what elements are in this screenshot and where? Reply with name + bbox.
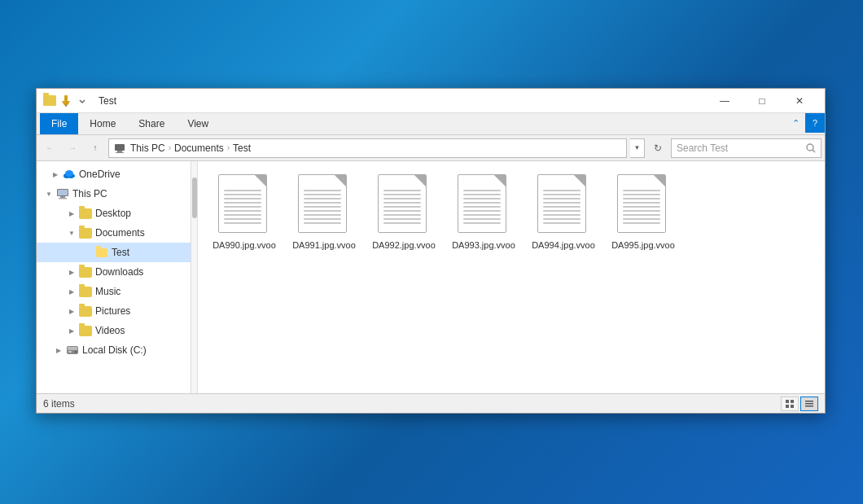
window-title: Test — [99, 95, 706, 107]
sidebar-item-onedrive[interactable]: ▶ OneDrive — [37, 164, 191, 184]
search-text: Search Test — [677, 142, 803, 154]
path-test[interactable]: Test — [233, 142, 251, 154]
file-item[interactable]: DA992.jpg.vvoo — [367, 171, 440, 254]
help-button[interactable]: ? — [805, 113, 825, 133]
sidebar-item-desktop[interactable]: ▶ Desktop — [37, 204, 191, 223]
refresh-button[interactable]: ↻ — [648, 138, 668, 158]
expand-videos[interactable]: ▶ — [66, 325, 77, 336]
path-documents[interactable]: Documents — [174, 142, 224, 154]
address-dropdown-button[interactable]: ▼ — [630, 138, 645, 158]
file-name-0: DA990.jpg.vvoo — [212, 239, 276, 251]
tab-home[interactable]: Home — [78, 113, 127, 134]
documents-label: Documents — [95, 227, 145, 239]
svg-rect-14 — [59, 198, 67, 199]
status-bar: 6 items — [37, 393, 825, 413]
file-name-4: DA994.jpg.vvoo — [532, 239, 595, 251]
svg-rect-12 — [58, 190, 68, 195]
path-pc-icon — [114, 142, 125, 154]
ribbon-collapse-button[interactable]: ⌃ — [786, 113, 805, 133]
expand-test[interactable] — [87, 247, 94, 258]
svg-rect-3 — [115, 144, 125, 151]
svg-rect-16 — [68, 351, 72, 353]
sidebar-scrollbar[interactable] — [191, 161, 198, 393]
file-icon-2 — [378, 174, 430, 236]
expand-downloads[interactable]: ▶ — [66, 266, 77, 278]
minimize-button[interactable]: — — [706, 89, 743, 113]
expand-local-disk[interactable]: ▶ — [53, 344, 64, 356]
file-item[interactable]: DA994.jpg.vvoo — [527, 171, 600, 254]
sidebar-item-videos[interactable]: ▶ Videos — [37, 321, 191, 340]
path-this-pc[interactable]: This PC — [130, 142, 165, 154]
sidebar-item-test[interactable]: Test — [37, 243, 191, 262]
test-label: Test — [112, 247, 129, 258]
search-icon — [806, 143, 816, 153]
details-view-icon — [804, 399, 814, 409]
onedrive-icon — [63, 168, 76, 181]
tab-view[interactable]: View — [176, 113, 220, 134]
address-path[interactable]: This PC › Documents › Test — [108, 138, 627, 158]
ribbon: File Home Share View ⌃ ? — [37, 113, 825, 135]
tab-file[interactable]: File — [40, 113, 78, 134]
view-buttons — [781, 397, 818, 411]
desktop-folder-icon — [79, 207, 92, 220]
documents-folder-icon — [79, 226, 92, 239]
music-label: Music — [95, 286, 120, 297]
file-name-1: DA991.jpg.vvoo — [292, 239, 356, 251]
svg-rect-20 — [791, 400, 794, 403]
forward-button[interactable]: → — [63, 138, 82, 158]
sidebar-item-documents[interactable]: ▼ Documents — [37, 223, 191, 243]
pin-icon — [59, 94, 72, 107]
explorer-window: Test — □ ✕ File Home Share View ⌃ ? ← → … — [36, 88, 826, 414]
file-icon-5 — [617, 174, 669, 236]
pictures-label: Pictures — [95, 305, 130, 317]
sidebar-item-pictures[interactable]: ▶ Pictures — [37, 301, 191, 321]
svg-rect-5 — [116, 152, 124, 153]
file-icon-0 — [218, 174, 270, 236]
pc-icon — [56, 187, 69, 200]
back-button[interactable]: ← — [40, 138, 59, 158]
sidebar-item-music[interactable]: ▶ Music — [37, 282, 191, 301]
pictures-folder-icon — [79, 305, 92, 318]
svg-rect-13 — [60, 196, 65, 198]
file-item[interactable]: DA991.jpg.vvoo — [287, 171, 361, 254]
tab-share[interactable]: Share — [127, 113, 176, 134]
file-area: DA990.jpg.vvoo DA991.jpg.vvoo — [198, 161, 825, 393]
desktop-label: Desktop — [95, 208, 131, 219]
maximize-button[interactable]: □ — [743, 89, 781, 113]
svg-rect-23 — [805, 401, 813, 402]
sidebar-item-downloads[interactable]: ▶ Downloads — [37, 262, 191, 282]
sidebar-item-local-disk[interactable]: ▶ Local Disk (C:) — [37, 340, 191, 360]
file-name-3: DA993.jpg.vvoo — [452, 239, 515, 251]
expand-documents[interactable]: ▼ — [66, 227, 77, 239]
svg-point-17 — [75, 351, 77, 353]
folder-icon-title — [43, 94, 56, 107]
large-icons-view-icon — [785, 399, 795, 409]
search-box[interactable]: Search Test — [671, 138, 821, 158]
item-count: 6 items — [43, 398, 75, 410]
videos-folder-icon — [79, 324, 92, 337]
expand-this-pc[interactable]: ▼ — [43, 188, 55, 199]
expand-pictures[interactable]: ▶ — [66, 305, 77, 317]
up-button[interactable]: ↑ — [85, 138, 105, 158]
ribbon-tabs: File Home Share View ⌃ ? — [37, 113, 825, 134]
file-item[interactable]: DA995.jpg.vvoo — [607, 171, 680, 254]
file-item[interactable]: DA990.jpg.vvoo — [208, 171, 281, 254]
file-icon-4 — [537, 174, 589, 236]
expand-onedrive[interactable]: ▶ — [50, 169, 61, 180]
file-name-5: DA995.jpg.vvoo — [611, 239, 675, 251]
svg-point-6 — [807, 144, 813, 151]
music-folder-icon — [79, 285, 92, 298]
expand-music[interactable]: ▶ — [66, 286, 77, 297]
details-view-button[interactable] — [800, 397, 818, 411]
sidebar-item-this-pc[interactable]: ▼ This PC — [37, 184, 191, 204]
videos-label: Videos — [95, 325, 125, 336]
disk-icon — [66, 344, 79, 357]
expand-desktop[interactable]: ▶ — [66, 208, 77, 219]
file-item[interactable]: DA993.jpg.vvoo — [447, 171, 520, 254]
svg-rect-25 — [805, 405, 813, 407]
svg-point-10 — [65, 170, 73, 177]
close-button[interactable]: ✕ — [781, 89, 818, 113]
address-bar: ← → ↑ This PC › Documents › Test ▼ ↻ Sea… — [37, 135, 825, 161]
large-icons-view-button[interactable] — [781, 397, 799, 411]
svg-rect-0 — [64, 95, 68, 101]
